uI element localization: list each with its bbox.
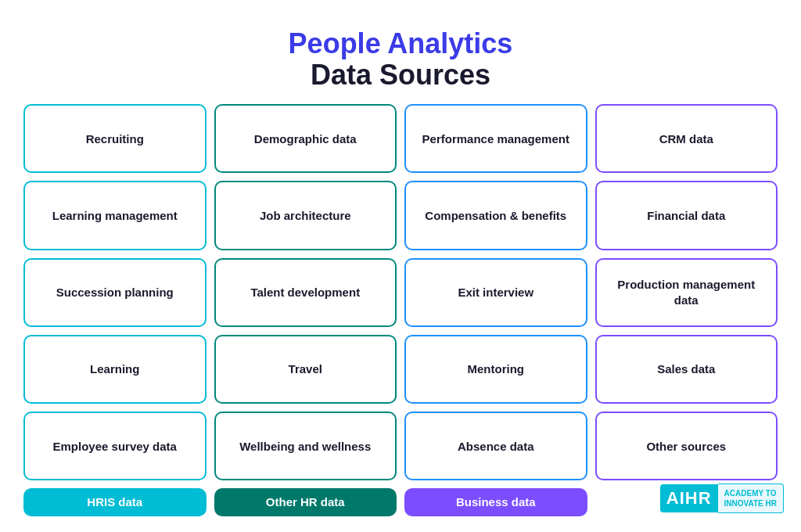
cell-learning: Learning — [23, 335, 207, 404]
cell-financial-data: Financial data — [595, 181, 778, 250]
cell-hris-data: HRIS data — [23, 488, 207, 516]
cell-sales-data: Sales data — [595, 335, 778, 404]
cell-talent-development: Talent development — [214, 258, 397, 327]
title-line1: People Analytics — [289, 28, 513, 59]
cell-mentoring: Mentoring — [404, 335, 587, 404]
aihr-tagline: ACADEMY TOINNOVATE HR — [718, 483, 784, 513]
title-line2: Data Sources — [289, 59, 513, 91]
cell-other-hr-data: Other HR data — [214, 488, 397, 516]
page-wrapper: People Analytics Data Sources Recruiting… — [0, 14, 801, 524]
aihr-logo: AIHR ACADEMY TOINNOVATE HR — [660, 483, 784, 513]
cell-demographic-data: Demographic data — [214, 104, 397, 173]
cell-employee-survey: Employee survey data — [23, 412, 207, 480]
cell-travel: Travel — [214, 335, 397, 404]
cell-crm-data: CRM data — [595, 104, 778, 173]
cell-business-data: Business data — [404, 488, 587, 516]
aihr-brand: AIHR — [660, 484, 718, 512]
cell-recruiting: Recruiting — [23, 104, 207, 173]
cell-other-sources: Other sources — [595, 412, 778, 480]
cell-compensation-benefits: Compensation & benefits — [404, 181, 587, 250]
title-block: People Analytics Data Sources — [289, 28, 513, 90]
cell-succession-planning: Succession planning — [23, 258, 207, 327]
cell-exit-interview: Exit interview — [404, 258, 587, 327]
cell-absence-data: Absence data — [404, 412, 587, 480]
cell-performance-management: Performance management — [404, 104, 587, 173]
cell-job-architecture: Job architecture — [214, 181, 397, 250]
main-grid: Recruiting Demographic data Performance … — [23, 104, 778, 516]
cell-learning-management: Learning management — [23, 181, 207, 250]
cell-production-management: Production management data — [595, 258, 778, 327]
cell-wellbeing: Wellbeing and wellness — [214, 412, 397, 480]
